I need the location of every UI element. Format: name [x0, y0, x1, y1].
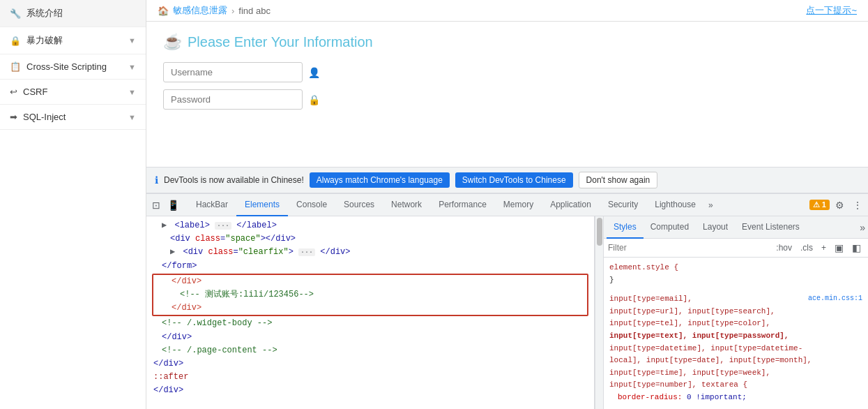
chevron-down-icon: ▼: [128, 88, 136, 96]
sidebar-item-label: 暴力破解: [26, 34, 63, 47]
tab-security[interactable]: Security: [600, 194, 646, 216]
html-line: </div>: [152, 384, 588, 397]
brute-icon: 🔒: [10, 36, 21, 46]
intro-icon: 🔧: [10, 8, 21, 19]
page-title-text: Please Enter Your Information: [188, 34, 373, 50]
html-line: ▶ <label> ··· </label>: [152, 219, 588, 232]
styles-tab-more[interactable]: »: [860, 222, 865, 233]
sidebar-item-xss[interactable]: 📋 Cross-Site Scripting ▼: [0, 54, 146, 80]
switch-chinese-button[interactable]: Switch DevTools to Chinese: [455, 172, 573, 188]
mug-icon: ☕: [163, 33, 182, 51]
styles-tab-event-listeners[interactable]: Event Listeners: [735, 216, 807, 239]
cursor-icon[interactable]: ⊡: [149, 197, 163, 214]
sidebar-item-intro[interactable]: 🔧 系统介绍: [0, 0, 146, 27]
tab-sources-label: Sources: [344, 200, 374, 209]
breadcrumb-sep: ›: [231, 6, 234, 16]
tab-elements[interactable]: Elements: [236, 194, 288, 216]
main-content: 🏠 敏感信息泄露 › find abc 点一下提示~ ☕ Please Ente…: [146, 0, 868, 409]
breadcrumb-current: find abc: [238, 6, 271, 16]
tab-hackbar[interactable]: HackBar: [188, 194, 236, 216]
tab-performance[interactable]: Performance: [430, 194, 495, 216]
password-input[interactable]: [163, 89, 303, 110]
xss-icon: 📋: [10, 61, 21, 72]
sidebar-item-label: SQL-Inject: [23, 112, 66, 122]
devtools-panel: ⊡ 📱 HackBar Elements Console Sources Net…: [146, 193, 868, 409]
page-body: ☕ Please Enter Your Information 👤 🔒: [146, 22, 868, 167]
css-block-input: input[type=email], ace.min.css:1 input[t…: [607, 292, 865, 405]
toggle-sidebar-button[interactable]: ◧: [849, 241, 864, 255]
layout-label: Layout: [703, 222, 728, 232]
computed-label: Computed: [650, 222, 689, 232]
styles-panel: Styles Computed Layout Event Listeners »: [603, 216, 868, 409]
user-icon: 👤: [308, 67, 320, 78]
scrollbar-thumb: [597, 218, 602, 246]
tab-lighthouse[interactable]: Lighthouse: [646, 194, 704, 216]
sqli-icon: ➡: [10, 112, 17, 122]
styles-tabbar: Styles Computed Layout Event Listeners »: [604, 216, 868, 239]
tab-application-label: Application: [550, 200, 591, 209]
styles-tab-computed[interactable]: Computed: [644, 216, 696, 239]
home-icon: 🏠: [158, 6, 169, 16]
html-line: </div>: [152, 331, 588, 344]
html-line: ▶ <div class="clearfix"> ··· </div>: [152, 246, 588, 259]
password-field-group: 🔒: [163, 89, 851, 110]
tab-lighthouse-label: Lighthouse: [655, 200, 696, 209]
tab-network-label: Network: [391, 200, 422, 209]
sidebar-item-brute[interactable]: 🔒 暴力破解 ▼: [0, 27, 146, 54]
styles-filter-input[interactable]: [608, 243, 769, 253]
hover-filter-button[interactable]: :hov: [773, 241, 795, 254]
new-rule-button[interactable]: ▣: [832, 241, 846, 255]
html-tree[interactable]: ▶ <label> ··· </label> <div class="space…: [146, 216, 595, 409]
devtools-actions: ⚠ 1 ⚙ ⋮: [809, 197, 865, 214]
add-style-button[interactable]: +: [818, 241, 829, 254]
html-line: <!-- /.page-content -->: [152, 344, 588, 357]
styles-content: element.style { } input[type=email], ace…: [604, 258, 868, 409]
hint-link[interactable]: 点一下提示~: [806, 4, 857, 17]
breadcrumb: 🏠 敏感信息泄露 › find abc: [158, 4, 271, 17]
username-field-group: 👤: [163, 62, 851, 82]
tab-memory[interactable]: Memory: [495, 194, 542, 216]
tab-sources[interactable]: Sources: [335, 194, 383, 216]
class-filter-button[interactable]: .cls: [798, 241, 816, 254]
info-icon: ℹ: [155, 174, 158, 186]
html-line: <div class="space"></div>: [152, 232, 588, 246]
dont-show-again-button[interactable]: Don't show again: [579, 172, 658, 188]
sidebar: 🔧 系统介绍 🔒 暴力破解 ▼ 📋 Cross-Site Scripting ▼…: [0, 0, 146, 409]
highlight-block: </div> <!-- 测试账号:lili/123456--> </div>: [152, 274, 588, 317]
sidebar-item-csrf[interactable]: ↩ CSRF ▼: [0, 80, 146, 105]
tab-memory-label: Memory: [503, 200, 533, 209]
devtools-tab-icons: ⊡ 📱: [149, 197, 182, 214]
styles-label: Styles: [614, 222, 637, 232]
html-line: <!-- /.widget-body -->: [152, 317, 588, 330]
html-line-highlight: </div>: [153, 275, 587, 288]
html-line: </form>: [152, 260, 588, 273]
tab-console-label: Console: [296, 200, 327, 209]
devtools-notify-text: DevTools is now available in Chinese!: [164, 175, 304, 185]
csrf-icon: ↩: [10, 87, 17, 97]
chevron-down-icon: ▼: [128, 113, 136, 121]
page-title: ☕ Please Enter Your Information: [163, 33, 851, 51]
more-options-icon[interactable]: ⋮: [850, 197, 865, 214]
sidebar-item-label: Cross-Site Scripting: [26, 61, 107, 72]
lock-icon: 🔒: [308, 94, 320, 105]
device-icon[interactable]: 📱: [165, 197, 182, 214]
breadcrumb-link[interactable]: 敏感信息泄露: [173, 4, 227, 17]
html-tree-scrollbar[interactable]: [595, 216, 603, 409]
html-line: ::after: [152, 371, 588, 384]
match-language-button[interactable]: Always match Chrome's language: [310, 172, 450, 188]
sidebar-item-label: CSRF: [23, 87, 47, 97]
tab-network[interactable]: Network: [383, 194, 430, 216]
tab-performance-label: Performance: [439, 200, 487, 209]
tab-console[interactable]: Console: [288, 194, 335, 216]
tab-elements-label: Elements: [245, 200, 280, 209]
tab-application[interactable]: Application: [542, 194, 600, 216]
more-tabs-button[interactable]: »: [704, 200, 717, 210]
styles-tab-styles[interactable]: Styles: [607, 216, 644, 239]
styles-tab-layout[interactable]: Layout: [696, 216, 735, 239]
devtools-tabbar: ⊡ 📱 HackBar Elements Console Sources Net…: [146, 194, 868, 216]
sidebar-item-sqli[interactable]: ➡ SQL-Inject ▼: [0, 105, 146, 130]
settings-icon[interactable]: ⚙: [832, 197, 847, 214]
html-line-highlight: <!-- 测试账号:lili/123456-->: [153, 288, 587, 302]
username-input[interactable]: [163, 62, 303, 82]
css-block-element-style: element.style { }: [607, 260, 865, 288]
